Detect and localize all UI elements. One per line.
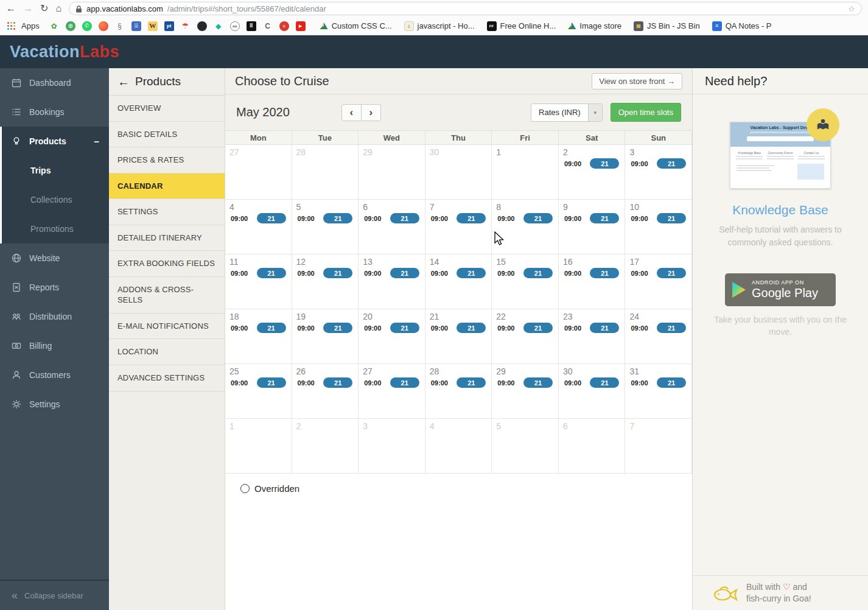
- bookmark-item-free-online-h[interactable]: FFFree Online H...: [487, 21, 556, 31]
- time-slot[interactable]: 09:0021: [425, 377, 492, 388]
- calendar-cell-day-23[interactable]: 2309:0021: [559, 309, 626, 364]
- calendar-cell-day-27[interactable]: 2709:0021: [359, 364, 425, 419]
- slot-availability-pill[interactable]: 21: [390, 268, 419, 278]
- calendar-cell-day-31[interactable]: 3109:0021: [625, 364, 692, 419]
- time-slot[interactable]: 09:0021: [425, 213, 492, 223]
- submenu-item-location[interactable]: LOCATION: [109, 339, 225, 365]
- calendar-cell-day-28[interactable]: 2809:0021: [425, 364, 492, 419]
- time-slot[interactable]: 09:0021: [492, 268, 558, 278]
- home-icon[interactable]: ⌂: [55, 4, 61, 13]
- slot-availability-pill[interactable]: 21: [657, 213, 686, 223]
- apps-grid-icon[interactable]: [7, 22, 15, 30]
- calendar-cell-day-20[interactable]: 2009:0021: [359, 309, 425, 364]
- collapse-minus-icon[interactable]: −: [94, 136, 99, 147]
- next-month-button[interactable]: ›: [361, 104, 381, 121]
- rates-select[interactable]: Rates (INR) ▾: [531, 103, 603, 122]
- wikipedia-favicon-icon[interactable]: W: [148, 21, 158, 31]
- slot-availability-pill[interactable]: 21: [457, 268, 486, 278]
- sidebar-item-customers[interactable]: Customers: [0, 360, 109, 390]
- knowledge-base-thumbnail[interactable]: Vacation Labs - Support Desk Knowledge B…: [730, 122, 831, 189]
- museum-favicon-icon[interactable]: Ⅲ: [247, 21, 256, 31]
- slot-availability-pill[interactable]: 21: [323, 323, 352, 333]
- back-arrow-icon[interactable]: ←: [117, 75, 130, 89]
- tripadvisor-favicon-icon[interactable]: oo: [230, 21, 240, 31]
- section-favicon-icon[interactable]: §: [115, 21, 125, 31]
- submenu-item-prices-rates[interactable]: PRICES & RATES: [109, 147, 225, 174]
- time-slot[interactable]: 09:0021: [425, 268, 492, 278]
- slot-availability-pill[interactable]: 21: [590, 377, 619, 388]
- calendar-cell-day-15[interactable]: 1509:0021: [492, 254, 559, 309]
- target-favicon-icon[interactable]: o: [279, 21, 289, 31]
- time-slot[interactable]: 09:0021: [625, 323, 691, 333]
- calendar-cell-day-13[interactable]: 1309:0021: [359, 254, 425, 309]
- slot-availability-pill[interactable]: 21: [523, 213, 553, 223]
- calendar-cell-day-12[interactable]: 1209:0021: [292, 254, 359, 309]
- time-slot[interactable]: 09:0021: [359, 323, 425, 333]
- time-slot[interactable]: 09:0021: [292, 268, 359, 278]
- time-slot[interactable]: 09:0021: [359, 268, 425, 278]
- calendar-cell-day-24[interactable]: 2409:0021: [625, 309, 692, 364]
- google-play-badge[interactable]: ANDROID APP ON Google Play: [725, 273, 836, 306]
- slot-availability-pill[interactable]: 21: [657, 377, 686, 388]
- time-slot[interactable]: 09:0021: [292, 377, 359, 388]
- time-slot[interactable]: 09:0021: [225, 268, 292, 278]
- time-slot[interactable]: 09:0021: [559, 268, 625, 278]
- prev-month-button[interactable]: ‹: [341, 104, 362, 121]
- time-slot[interactable]: 09:0021: [559, 323, 625, 333]
- calendar-cell-day-5[interactable]: 509:0021: [292, 200, 359, 254]
- calendar-cell-day-7[interactable]: 709:0021: [425, 200, 492, 254]
- sidebar-item-bookings[interactable]: Bookings: [0, 97, 109, 127]
- time-slot[interactable]: 09:0021: [625, 158, 691, 169]
- calendar-cell-day-19[interactable]: 1909:0021: [292, 309, 359, 364]
- calendar-cell-day-4[interactable]: 409:0021: [225, 200, 292, 254]
- calendar-cell-day-11[interactable]: 1109:0021: [225, 254, 292, 309]
- time-slot[interactable]: 09:0021: [559, 213, 625, 223]
- slot-availability-pill[interactable]: 21: [523, 268, 553, 278]
- umbrella-favicon-icon[interactable]: ☂: [181, 21, 191, 31]
- calendar-cell-day-30[interactable]: 3009:0021: [559, 364, 626, 419]
- globe-favicon-icon[interactable]: ⊕: [66, 21, 75, 31]
- calendar-cell-day-28[interactable]: 28: [292, 145, 359, 200]
- time-slot[interactable]: 09:0021: [225, 323, 292, 333]
- bookmark-item-custom-css-c[interactable]: Custom CSS C...: [320, 21, 392, 30]
- time-slot[interactable]: 09:0021: [359, 213, 425, 223]
- bookmark-item-image-store[interactable]: Image store: [568, 21, 621, 30]
- time-slot[interactable]: 09:0021: [625, 213, 691, 223]
- calendar-cell-day-14[interactable]: 1409:0021: [425, 254, 492, 309]
- github-favicon-icon[interactable]: [197, 21, 207, 31]
- sidebar-item-settings[interactable]: Settings: [0, 390, 109, 419]
- time-slot[interactable]: 09:0021: [225, 213, 292, 223]
- submenu-item-overview[interactable]: OVERVIEW: [109, 96, 225, 122]
- calendar-cell-day-21[interactable]: 2109:0021: [425, 309, 492, 364]
- slot-availability-pill[interactable]: 21: [257, 377, 286, 388]
- sidebar-item-dashboard[interactable]: Dashboard: [0, 68, 109, 97]
- calendar-cell-day-7[interactable]: 7: [625, 419, 692, 474]
- slot-availability-pill[interactable]: 21: [457, 323, 486, 333]
- calendar-cell-day-22[interactable]: 2209:0021: [492, 309, 559, 364]
- bookmark-item-qa-notes-p[interactable]: ≡QA Notes - P: [712, 21, 772, 31]
- url-bar[interactable]: app.vacationlabs.com/admin/trips#/short_…: [69, 2, 862, 15]
- submenu-item-detailed-itinerary[interactable]: DETAILED ITINERARY: [109, 225, 225, 251]
- time-slot[interactable]: 09:0021: [559, 158, 625, 169]
- sidebar-item-promotions[interactable]: Promotions: [2, 214, 109, 244]
- slot-availability-pill[interactable]: 21: [390, 213, 419, 223]
- youtube-favicon-icon[interactable]: ▶: [296, 21, 306, 31]
- slot-availability-pill[interactable]: 21: [523, 377, 553, 388]
- time-slot[interactable]: 09:0021: [559, 377, 625, 388]
- whatsapp-favicon-icon[interactable]: ✆: [82, 21, 92, 31]
- time-slot[interactable]: 09:0021: [225, 377, 292, 388]
- submenu-item-calendar[interactable]: CALENDAR: [109, 174, 225, 200]
- submenu-item-e-mail-notifications[interactable]: E-MAIL NOTIFICATIONS: [109, 314, 225, 340]
- slot-availability-pill[interactable]: 21: [590, 323, 619, 333]
- slot-availability-pill[interactable]: 21: [390, 323, 419, 333]
- calendar-cell-day-4[interactable]: 4: [425, 419, 492, 474]
- calendar-cell-day-10[interactable]: 1009:0021: [625, 200, 692, 254]
- calendar-cell-day-25[interactable]: 2509:0021: [225, 364, 292, 419]
- time-slot[interactable]: 09:0021: [425, 323, 492, 333]
- calendar-cell-day-2[interactable]: 209:0021: [559, 145, 626, 200]
- back-icon[interactable]: ←: [6, 4, 16, 13]
- sidebar-item-products[interactable]: Products−: [2, 127, 109, 156]
- time-slot[interactable]: 09:0021: [292, 323, 359, 333]
- view-on-storefront-button[interactable]: View on store front →: [592, 73, 682, 89]
- calendar-cell-day-26[interactable]: 2609:0021: [292, 364, 359, 419]
